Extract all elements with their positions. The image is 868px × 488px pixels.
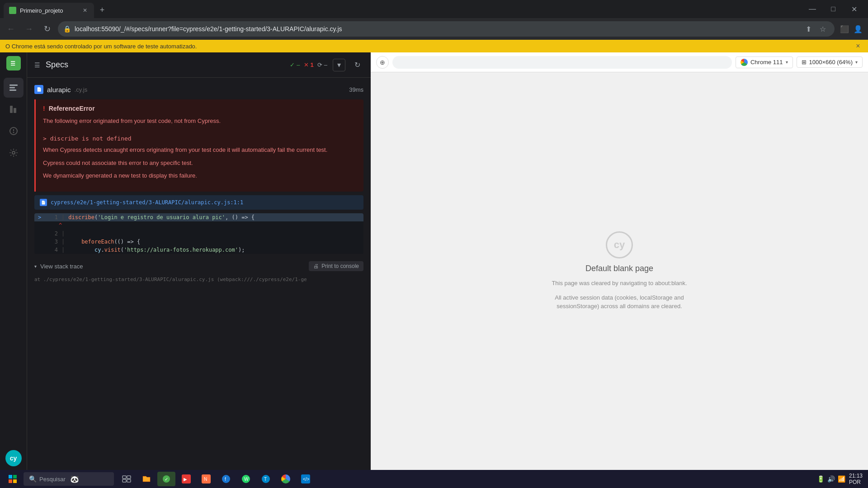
- cypress-content-scroll[interactable]: 📄 alurapic .cy.js 39ms ! ReferenceError …: [27, 78, 371, 470]
- chevron-down-icon: ▾: [34, 264, 37, 269]
- main-content: ☰: [0, 52, 868, 470]
- code-fn-befreach: beforeEach: [81, 239, 114, 245]
- volume-icon: 🔊: [827, 475, 835, 483]
- check-icon: ✓: [290, 61, 295, 68]
- spinner-icon: ⟳: [317, 61, 322, 68]
- code-block: > 1 | discribe('Login e registro de usua…: [34, 213, 363, 254]
- taskbar-app-explorer[interactable]: [137, 472, 156, 486]
- sidebar-item-analytics[interactable]: [4, 99, 24, 119]
- cypress-header: ☰ Specs ✓ – ✕ 1 ⟳ –: [27, 52, 371, 78]
- error-detail: When Cypress detects uncaught errors ori…: [43, 145, 356, 155]
- stack-trace-toggle[interactable]: ▾ View stack trace 🖨 Print to console: [27, 258, 371, 275]
- file-header: 📄 alurapic .cy.js 39ms: [27, 81, 371, 98]
- code-linenum-2: 2: [49, 230, 58, 237]
- svg-rect-13: [9, 479, 12, 483]
- preview-toolbar: ⊕ Chrome 111 ▾ ⊞ 1000×660 (64%) ▾: [371, 52, 868, 72]
- share-icon[interactable]: ⬆: [802, 23, 815, 35]
- specs-menu-icon: ☰: [34, 61, 40, 69]
- blank-page-subtitle2: All active session data (cookies, localS…: [552, 293, 687, 311]
- svg-rect-15: [123, 476, 126, 479]
- taskbar-app-4[interactable]: f: [217, 472, 235, 486]
- taskbar-app-2[interactable]: ▶: [177, 472, 195, 486]
- svg-rect-18: [127, 479, 131, 482]
- taskbar-search[interactable]: 🔍 Pesquisar 🐼: [24, 472, 114, 486]
- address-bar-row: ← → ↻ 🔒 localhost:55090/_/#/specs/runner…: [0, 18, 868, 40]
- taskbar-app-1[interactable]: ✓: [157, 472, 175, 486]
- svg-rect-12: [13, 475, 17, 479]
- print-icon: 🖨: [313, 263, 319, 269]
- cypress-main-panel: ☰ Specs ✓ – ✕ 1 ⟳ –: [27, 52, 371, 470]
- back-button[interactable]: ←: [4, 22, 18, 36]
- file-ext: .cy.js: [75, 86, 88, 93]
- address-bar[interactable]: 🔒 localhost:55090/_/#/specs/runner?file=…: [58, 21, 835, 37]
- dash-sep2: –: [324, 61, 327, 68]
- taskbar-app-taskview[interactable]: [118, 472, 136, 486]
- close-button[interactable]: ✕: [844, 2, 864, 16]
- code-fn-name: discribe: [68, 214, 94, 221]
- cy-logo-text: cy: [614, 239, 625, 251]
- svg-text:f: f: [225, 477, 226, 482]
- automation-message: O Chrome está sendo controlado por um so…: [5, 43, 197, 50]
- code-punct-2: , () => {: [225, 214, 255, 221]
- extensions-icon[interactable]: ⬛: [838, 23, 851, 35]
- sidebar-item-settings[interactable]: [4, 143, 24, 163]
- active-tab[interactable]: Primeiro_projeto ✕: [4, 3, 94, 18]
- file-icon: 📄: [34, 85, 43, 94]
- system-tray: 🔋 🔊 📶: [817, 475, 845, 483]
- target-button[interactable]: ⊕: [376, 56, 389, 69]
- svg-point-10: [12, 151, 15, 154]
- code-content-1: discribe('Login e registro de usuario al…: [68, 214, 360, 221]
- status-passed: ✓ –: [290, 61, 300, 68]
- bookmark-icon[interactable]: ☆: [816, 23, 829, 35]
- taskbar-app-vscode[interactable]: </>: [297, 472, 315, 486]
- cypress-dropdown-button[interactable]: ▾: [333, 59, 345, 71]
- monitor-icon: ⊞: [802, 59, 807, 66]
- svg-text:W: W: [244, 477, 249, 482]
- svg-text:N: N: [204, 477, 207, 482]
- taskbar-app-5[interactable]: W: [237, 472, 255, 486]
- taskbar-app-6[interactable]: T: [257, 472, 275, 486]
- stack-trace-label: View stack trace: [40, 263, 83, 270]
- minimize-button[interactable]: —: [802, 2, 823, 16]
- svg-text:✓: ✓: [165, 477, 168, 482]
- svg-rect-17: [123, 479, 126, 482]
- error-block: ! ReferenceError The following error ori…: [34, 99, 363, 192]
- code-punct-6: );: [238, 247, 245, 253]
- toolbar-actions: ⬛ 👤: [838, 23, 864, 35]
- error-code: > discribe is not defined: [43, 131, 356, 145]
- start-button[interactable]: [4, 472, 22, 486]
- code-caret-row: ^: [34, 221, 363, 230]
- preview-panel: ⊕ Chrome 111 ▾ ⊞ 1000×660 (64%) ▾ cy Def…: [371, 52, 868, 470]
- taskbar-app-chrome[interactable]: [277, 472, 295, 486]
- stack-path: at ./cypress/e2e/1-getting-started/3-ALU…: [34, 277, 307, 282]
- cypress-cy-logo: cy: [5, 450, 22, 466]
- cypress-refresh-button[interactable]: ↻: [351, 59, 363, 71]
- refresh-button[interactable]: ↻: [40, 22, 54, 36]
- file-name: alurapic: [47, 86, 71, 94]
- taskbar-app-3[interactable]: N: [197, 472, 215, 486]
- code-arrow-1: >: [38, 214, 45, 221]
- clock-area: 21:13 POR: [849, 473, 863, 485]
- code-line-2: 2 |: [34, 230, 363, 238]
- search-mascot-icon: 🐼: [70, 475, 79, 483]
- code-linenum-4: 4: [49, 247, 58, 253]
- automation-close-button[interactable]: ×: [854, 42, 863, 51]
- svg-rect-4: [9, 89, 16, 91]
- forward-button[interactable]: →: [22, 22, 36, 36]
- size-select[interactable]: ⊞ 1000×660 (64%) ▾: [797, 56, 863, 68]
- svg-rect-5: [10, 106, 13, 113]
- sidebar-item-runs[interactable]: [4, 78, 24, 98]
- maximize-button[interactable]: □: [823, 2, 844, 16]
- file-link-row[interactable]: 📄 cypress/e2e/1-getting-started/3-ALURAP…: [34, 195, 363, 210]
- profile-icon[interactable]: 👤: [852, 23, 864, 35]
- tab-close-button[interactable]: ✕: [81, 7, 89, 14]
- code-line-4: 4 | cy.visit('https://alura-fotos.heroku…: [34, 246, 363, 254]
- sidebar-item-tests[interactable]: [4, 121, 24, 141]
- new-tab-button[interactable]: +: [96, 4, 108, 16]
- print-console-button[interactable]: 🖨 Print to console: [309, 261, 363, 271]
- browser-select[interactable]: Chrome 111 ▾: [736, 56, 793, 68]
- svg-text:☰: ☰: [10, 61, 15, 67]
- current-time: 21:13: [849, 473, 863, 479]
- cy-watermark: cy: [606, 231, 633, 258]
- error-type-row: ! ReferenceError: [43, 105, 356, 112]
